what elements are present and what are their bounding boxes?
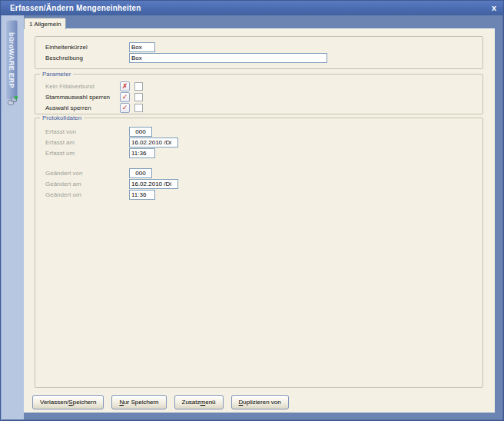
stammauswahl-sperren-checkbox[interactable]	[134, 93, 143, 101]
button-label-part: Verlassen/	[40, 399, 68, 406]
form-row: Geändert von	[45, 167, 482, 178]
tab-label: 1 Allgemein	[29, 21, 61, 28]
erfasst-um-label: Erfasst um	[45, 150, 129, 157]
general-rows: EinheitenkürzelBeschreibung	[35, 41, 482, 63]
button-label-part: ur Speichern	[124, 399, 158, 406]
protokoll-fieldset: Protokolldaten Erfasst vonErfasst amErfa…	[35, 118, 483, 388]
close-icon[interactable]: x	[492, 4, 496, 12]
parameter-row: Auswahl sperren✓	[45, 102, 482, 113]
beschreibung-input[interactable]	[129, 53, 327, 63]
einheitenkurzel-input[interactable]	[129, 42, 155, 52]
general-fieldset: EinheitenkürzelBeschreibung	[35, 36, 483, 69]
button-row: Verlassen/SpeichernNur SpeichernZusatzme…	[32, 395, 289, 409]
form-row: Geändert um	[45, 189, 482, 200]
brand-strip: büroWARE ERP	[5, 20, 18, 100]
erfasst-am-input[interactable]	[129, 138, 178, 148]
button-label-part: uplizieren von	[243, 399, 280, 406]
parameter-rows: Kein Filialverbund✗Stammauswahl sperren✓…	[35, 81, 482, 113]
verlassen-speichern-button[interactable]: Verlassen/Speichern	[32, 395, 104, 409]
form-row: Geändert am	[45, 178, 482, 189]
stammauswahl-sperren-label: Stammauswahl sperren	[45, 94, 120, 101]
protokoll-rows: Erfasst vonErfasst amErfasst umGeändert …	[35, 126, 482, 200]
button-label-part: enü	[205, 399, 215, 406]
kein-filialverbund-checkbox[interactable]	[134, 82, 143, 91]
sidebar: büroWARE ERP	[2, 15, 24, 419]
kein-filialverbund-label: Kein Filialverbund	[45, 83, 120, 90]
auswahl-sperren-label: Auswahl sperren	[45, 104, 120, 111]
geandert-von-input[interactable]	[129, 168, 152, 178]
einheitenkurzel-label: Einheitenkürzel	[45, 44, 129, 51]
nur-speichern-button[interactable]: Nur Speichern	[111, 395, 166, 409]
geandert-um-label: Geändert um	[45, 191, 129, 198]
check-mark-glyph: ✓	[122, 104, 128, 111]
check-state-icon[interactable]: ✓	[120, 92, 130, 102]
form-row: Erfasst um	[45, 148, 482, 158]
erfasst-von-label: Erfasst von	[45, 128, 129, 135]
protokoll-subgroup: Erfasst vonErfasst amErfasst um	[35, 126, 482, 158]
button-label-part: peichern	[73, 399, 97, 406]
zusatzmenu-button[interactable]: Zusatzmenü	[174, 395, 224, 409]
window-title: Erfassen/Ändern Mengeneinheiten	[10, 4, 141, 12]
erfasst-um-input[interactable]	[129, 148, 155, 158]
geandert-am-input[interactable]	[129, 179, 178, 189]
form-row: Erfasst von	[45, 126, 482, 137]
title-bar[interactable]: Erfassen/Ändern Mengeneinheiten x	[1, 1, 503, 15]
parameter-caption: Parameter	[40, 71, 73, 78]
form-row: Beschreibung	[45, 52, 482, 63]
protokoll-subgroup: Geändert vonGeändert amGeändert um	[35, 167, 482, 200]
erfasst-am-label: Erfasst am	[45, 139, 129, 146]
geandert-um-input[interactable]	[129, 190, 155, 200]
dialog-window: Erfassen/Ändern Mengeneinheiten x büroWA…	[0, 0, 504, 421]
tab-allgemein[interactable]: 1 Allgemein	[24, 18, 66, 29]
parameter-row: Kein Filialverbund✗	[45, 81, 482, 91]
beschreibung-label: Beschreibung	[45, 55, 129, 61]
geandert-von-label: Geändert von	[45, 170, 129, 177]
erfasst-von-input[interactable]	[129, 127, 152, 137]
check-state-icon[interactable]: ✓	[120, 103, 130, 113]
protokoll-caption: Protokolldaten	[40, 114, 84, 121]
brand-vertical-text: büroWARE ERP	[8, 32, 15, 88]
cross-mark-glyph: ✗	[122, 83, 128, 90]
parameter-row: Stammauswahl sperren✓	[45, 91, 482, 102]
geandert-am-label: Geändert am	[45, 181, 129, 187]
cross-state-icon[interactable]: ✗	[120, 81, 130, 91]
sidebar-module-icon[interactable]	[7, 95, 18, 107]
parameter-fieldset: Parameter Kein Filialverbund✗Stammauswah…	[35, 74, 483, 114]
form-row: Einheitenkürzel	[45, 41, 482, 52]
duplizieren-von-button[interactable]: Duplizieren von	[231, 395, 289, 409]
content-panel: EinheitenkürzelBeschreibung Parameter Ke…	[24, 28, 495, 413]
button-label-part: Zusatz	[182, 399, 201, 406]
form-row: Erfasst am	[45, 137, 482, 148]
check-mark-glyph: ✓	[122, 94, 128, 101]
auswahl-sperren-checkbox[interactable]	[134, 104, 143, 112]
